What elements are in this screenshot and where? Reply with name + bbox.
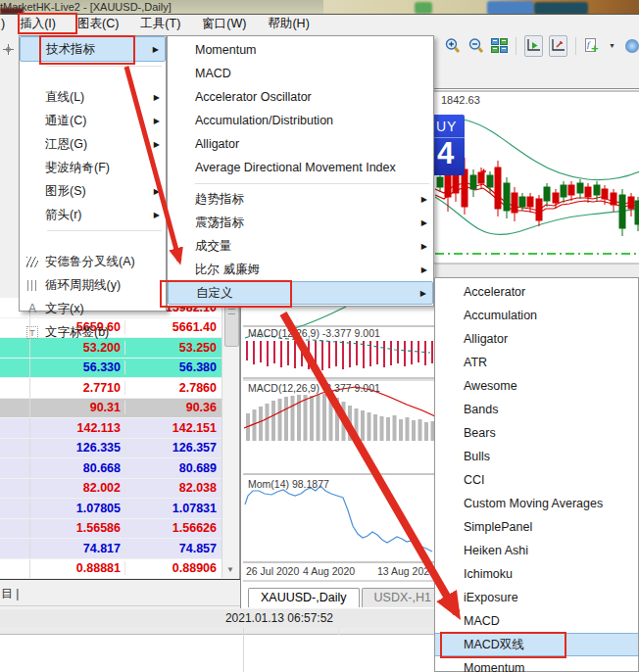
menu-item[interactable]: Average Directional Movement Index ▶ xyxy=(168,156,433,179)
menu-item-label: 成交量 xyxy=(195,238,412,255)
chart-tab[interactable]: XAUUSD-,Daily xyxy=(248,588,360,607)
market-watch-row[interactable]: 56.330 56.380 xyxy=(0,359,239,379)
bid-cell: 82.002 xyxy=(30,481,125,495)
bid-cell: 56.330 xyxy=(30,360,125,374)
menu-item[interactable]: Momentum ▶ xyxy=(168,38,433,62)
toolbar-separator xyxy=(516,37,516,55)
menu-item[interactable]: Accelerator Oscillator ▶ xyxy=(168,85,433,109)
zoom-in-button[interactable] xyxy=(444,36,462,56)
toolbar-separator xyxy=(575,37,576,55)
menu-item-label: 比尔 威廉姆 xyxy=(195,262,412,278)
market-watch-row[interactable]: 142.113 142.151 xyxy=(0,418,239,439)
svg-text:+: + xyxy=(591,41,599,55)
market-watch-row[interactable]: 2.7710 2.7860 xyxy=(0,378,239,399)
menu-item-label: Bands xyxy=(464,403,616,416)
add-indicator-dropdown-icon[interactable]: ▼ xyxy=(609,42,615,49)
desktop-icon-green xyxy=(415,2,432,14)
menu-item[interactable]: Momentum ▶ xyxy=(435,656,638,672)
menu-item[interactable]: Heiken Ashi ▶ xyxy=(435,539,638,562)
ask-cell: 2.7860 xyxy=(125,381,221,395)
menu-item[interactable]: 成交量 ▶ xyxy=(168,234,433,258)
menu-bar-item[interactable]: 窗口(W) xyxy=(191,15,257,33)
menu-bar-item[interactable]: ) xyxy=(0,16,9,31)
menu-item[interactable]: Ichimoku ▶ xyxy=(435,562,638,586)
menu-item-label: MACD xyxy=(195,67,412,80)
menu-bar-item[interactable]: 帮助(H) xyxy=(257,15,320,33)
menu-item[interactable]: 箭头(r) ▶ xyxy=(20,203,166,226)
menu-item[interactable]: 技术指标 ▶ xyxy=(20,36,166,62)
market-watch-row[interactable]: 80.668 80.689 xyxy=(0,458,239,479)
menu-item[interactable]: ATR ▶ xyxy=(435,351,638,374)
menu-item[interactable]: ▶ xyxy=(20,62,166,85)
menu-item[interactable]: Accumulation ▶ xyxy=(435,304,638,327)
scrollbar-thumb[interactable] xyxy=(224,304,239,347)
insert-menu: 技术指标 ▶ ▶ 直线(L) ▶ 通道(C) ▶ xyxy=(19,35,167,312)
menu-item[interactable]: A 文字(x) ▶ xyxy=(20,297,166,320)
auto-scroll-button[interactable] xyxy=(524,35,543,57)
menu-item[interactable]: MACD ▶ xyxy=(435,609,638,633)
menu-item-label: Alligator xyxy=(195,137,412,151)
tile-windows-button[interactable] xyxy=(491,36,508,56)
menu-item[interactable]: 直线(L) ▶ xyxy=(20,85,166,109)
market-watch-row[interactable]: 126.335 126.357 xyxy=(0,439,239,459)
menu-bar-item[interactable]: 插入(I) xyxy=(9,15,67,33)
market-watch-row[interactable]: 0.88881 0.88906 xyxy=(0,559,239,580)
menu-item[interactable]: Accelerator ▶ xyxy=(435,280,638,304)
menu-item[interactable]: Bands ▶ xyxy=(435,398,638,421)
menu-item[interactable]: T 文字标签(b) ▶ xyxy=(20,320,166,344)
market-watch-row[interactable]: 1.07805 1.07831 xyxy=(0,499,239,519)
menu-item[interactable]: 图形(S) ▶ xyxy=(20,179,166,203)
x-axis-tick: 26 Jul 2020 xyxy=(246,565,299,577)
menu-item[interactable]: 斐波纳奇(F) ▶ xyxy=(20,156,166,179)
chart-tab[interactable]: USDX-,H1 xyxy=(362,588,444,607)
globe-icon[interactable] xyxy=(625,39,639,53)
menu-item[interactable]: SimplePanel ▶ xyxy=(435,515,638,539)
market-watch-row[interactable]: 74.817 74.857 xyxy=(0,539,239,559)
menu-bar-item[interactable]: 图表(C) xyxy=(67,15,129,33)
menu-item[interactable]: ▶ xyxy=(20,226,166,250)
menu-item[interactable]: MACD双线 ▶ xyxy=(435,633,638,656)
market-watch-partial-tab[interactable]: 目 | xyxy=(1,586,19,602)
menu-item[interactable]: 安德鲁分叉线(A) ▶ xyxy=(20,250,166,273)
menu-item[interactable]: 自定义 ▶ xyxy=(168,281,433,305)
menu-item[interactable]: Bulls ▶ xyxy=(435,445,638,468)
crosshair-icon[interactable] xyxy=(2,43,15,56)
submenu-arrow-icon: ▶ xyxy=(421,265,427,274)
menu-bar-item[interactable]: 工具(T) xyxy=(129,15,191,33)
market-watch-row[interactable]: 90.31 90.36 xyxy=(0,399,239,419)
bid-cell: 0.88881 xyxy=(30,561,125,575)
symbol-cell xyxy=(0,519,30,539)
menu-item[interactable]: 震荡指标 ▶ xyxy=(168,211,433,234)
menu-item[interactable]: Alligator ▶ xyxy=(435,327,638,351)
bid-cell: 142.113 xyxy=(30,421,125,435)
market-watch-scrollbar[interactable] xyxy=(221,298,239,578)
chart-shift-button[interactable] xyxy=(549,35,567,57)
menu-item[interactable]: Bears ▶ xyxy=(435,421,638,445)
buy-button[interactable]: UY 4 xyxy=(434,115,465,175)
menu-item[interactable]: MACD ▶ xyxy=(168,62,433,85)
market-watch-row[interactable]: 1.56586 1.56626 xyxy=(0,519,239,540)
menu-item-label: 图形(S) xyxy=(45,183,144,200)
menu-item[interactable]: ▶ xyxy=(168,179,433,187)
menu-item[interactable]: 江恩(G) ▶ xyxy=(20,132,166,156)
macd1-label: MACD(12,26,9) -3.377 9.001 xyxy=(248,327,380,339)
menu-item[interactable]: 趋势指标 ▶ xyxy=(168,187,433,211)
menu-item[interactable]: Custom Moving Averages ▶ xyxy=(435,492,638,515)
scroll-down-icon[interactable]: ▼ xyxy=(224,564,236,576)
menu-item[interactable]: 循环周期线(y) ▶ xyxy=(20,273,166,297)
market-watch-row[interactable]: 82.002 82.038 xyxy=(0,479,239,500)
menu-item[interactable]: iExposure ▶ xyxy=(435,586,638,609)
menu-item[interactable]: Accumulation/Distribution ▶ xyxy=(168,109,433,132)
menu-item[interactable]: Alligator ▶ xyxy=(168,132,433,156)
menu-item[interactable]: Awesome ▶ xyxy=(435,374,638,398)
add-indicator-button[interactable]: f + xyxy=(584,36,603,56)
menu-item[interactable]: 比尔 威廉姆 ▶ xyxy=(168,258,433,281)
menu-item[interactable]: 通道(C) ▶ xyxy=(20,109,166,132)
menu-item-label: Bears xyxy=(464,426,616,440)
zoom-out-button[interactable] xyxy=(467,36,485,56)
menu-item[interactable]: CCI ▶ xyxy=(435,468,638,492)
menu-item-label: Custom Moving Averages xyxy=(464,497,616,510)
symbol-cell xyxy=(0,378,30,398)
ask-cell: 82.038 xyxy=(125,481,221,495)
ask-cell: 56.380 xyxy=(125,360,221,374)
